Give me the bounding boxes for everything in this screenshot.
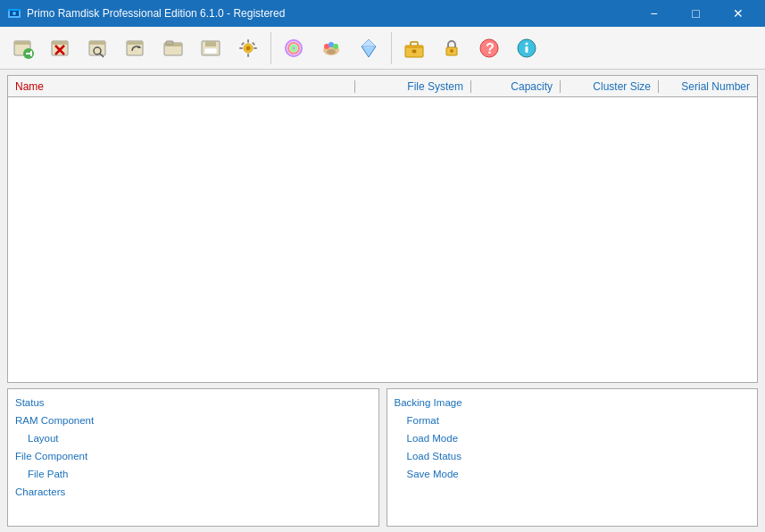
svg-text:?: ? — [486, 41, 495, 56]
remove-disk-button[interactable] — [43, 31, 79, 65]
diamond-button[interactable] — [351, 31, 387, 65]
title-left: Primo Ramdisk Professional Edition 6.1.0… — [7, 6, 285, 21]
media-button[interactable] — [276, 31, 312, 65]
info-row-format: Format — [395, 412, 751, 428]
svg-rect-50 — [412, 50, 416, 53]
info-row-save-mode: Save Mode — [395, 466, 751, 482]
layout-label: Layout — [15, 433, 122, 444]
svg-point-43 — [327, 49, 336, 54]
status-label: Status — [15, 397, 122, 408]
file-component-label: File Component — [15, 451, 122, 461]
svg-rect-33 — [252, 41, 255, 45]
main-content: Name File System Capacity Cluster Size S… — [0, 70, 765, 532]
svg-rect-24 — [205, 41, 216, 46]
svg-rect-14 — [89, 41, 105, 45]
bottom-panels: Status RAM Component Layout File Compone… — [7, 388, 758, 527]
settings-button[interactable] — [230, 31, 266, 65]
svg-point-56 — [526, 42, 528, 45]
close-button[interactable]: ✕ — [718, 0, 758, 27]
svg-rect-8 — [30, 51, 32, 56]
svg-rect-29 — [247, 54, 249, 57]
svg-point-52 — [450, 49, 453, 53]
search-button[interactable] — [80, 31, 116, 65]
info-row-backing-image: Backing Image — [395, 395, 751, 411]
info-panel-left: Status RAM Component Layout File Compone… — [7, 388, 379, 527]
svg-rect-49 — [405, 46, 423, 48]
info-row-layout: Layout — [15, 430, 371, 446]
info-row-file-component: File Component — [15, 448, 371, 464]
toolbar-separator-2 — [391, 32, 392, 64]
info-row-load-status: Load Status — [395, 448, 751, 464]
toolbar: ? — [0, 27, 765, 70]
svg-rect-32 — [241, 41, 245, 45]
svg-rect-25 — [204, 48, 217, 54]
maximize-button[interactable]: □ — [676, 0, 716, 27]
svg-rect-30 — [239, 47, 243, 49]
disk-table: Name File System Capacity Cluster Size S… — [7, 75, 758, 383]
title-bar: Primo Ramdisk Professional Edition 6.1.0… — [0, 0, 765, 27]
load-mode-label: Load Mode — [395, 433, 502, 444]
minimize-button[interactable]: − — [634, 0, 674, 27]
svg-point-42 — [333, 44, 338, 49]
svg-point-2 — [12, 12, 16, 15]
column-header-serial: Serial Number — [659, 80, 757, 93]
colors-button[interactable] — [313, 31, 349, 65]
app-icon — [7, 6, 21, 21]
info-row-status: Status — [15, 395, 371, 411]
column-header-clustersize: Cluster Size — [561, 80, 659, 93]
column-header-name: Name — [8, 80, 355, 93]
svg-rect-22 — [166, 41, 173, 45]
svg-point-27 — [246, 46, 251, 50]
help-button[interactable]: ? — [471, 31, 507, 65]
info-panel-right: Backing Image Format Load Mode Load Stat… — [387, 388, 759, 527]
table-header: Name File System Capacity Cluster Size S… — [8, 76, 757, 97]
save-mode-label: Save Mode — [395, 469, 502, 479]
info-row-load-mode: Load Mode — [395, 430, 751, 446]
backing-image-label: Backing Image — [395, 397, 502, 408]
format-label: Format — [395, 415, 502, 426]
table-body — [8, 97, 757, 382]
svg-rect-31 — [254, 47, 257, 49]
title-controls: − □ ✕ — [634, 0, 758, 27]
refresh-button[interactable] — [118, 31, 154, 65]
info-button[interactable] — [509, 31, 545, 65]
column-header-capacity: Capacity — [471, 80, 561, 93]
briefcase-button[interactable] — [396, 31, 432, 65]
file-path-label: File Path — [15, 469, 122, 479]
load-status-label: Load Status — [395, 451, 502, 461]
column-header-filesystem: File System — [355, 80, 471, 93]
info-row-characters: Characters — [15, 484, 371, 500]
svg-rect-28 — [247, 39, 249, 43]
load-button[interactable] — [155, 31, 191, 65]
info-row-file-path: File Path — [15, 466, 371, 482]
svg-rect-57 — [526, 46, 528, 53]
characters-label: Characters — [15, 486, 122, 497]
svg-rect-18 — [127, 41, 143, 45]
svg-rect-5 — [14, 41, 30, 45]
lock-button[interactable] — [434, 31, 470, 65]
info-row-ram-component: RAM Component — [15, 412, 371, 428]
add-disk-button[interactable] — [5, 31, 41, 65]
ram-component-label: RAM Component — [15, 415, 122, 426]
save-button[interactable] — [193, 31, 229, 65]
svg-rect-10 — [52, 41, 68, 45]
window-title: Primo Ramdisk Professional Edition 6.1.0… — [27, 7, 285, 20]
toolbar-separator-1 — [270, 32, 271, 64]
svg-point-38 — [293, 46, 295, 49]
svg-rect-3 — [8, 9, 21, 11]
